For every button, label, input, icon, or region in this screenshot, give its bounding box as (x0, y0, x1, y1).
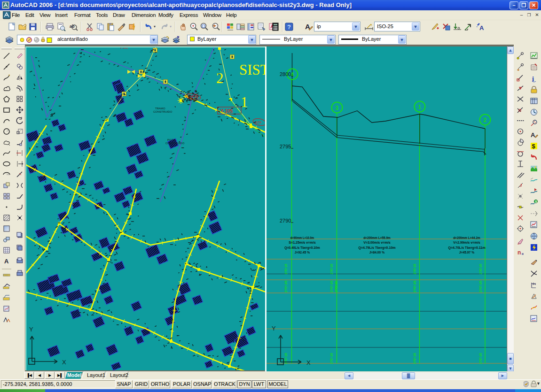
svg-text:J=45.97 %: J=45.97 % (459, 250, 474, 254)
svg-text:4: 4 (291, 71, 294, 78)
svg-text:2797.65: 2797.65 (329, 281, 334, 292)
svg-text:2797.65: 2797.65 (478, 281, 483, 292)
svg-text:2797.65: 2797.65 (284, 264, 288, 274)
svg-text:Y: Y (29, 326, 33, 333)
svg-text:1: 1 (418, 104, 422, 110)
svg-text:2797.65: 2797.65 (478, 264, 483, 274)
svg-text:2: 2 (216, 70, 224, 86)
svg-text:A: A (4, 258, 9, 265)
svg-text:POZO: POZO (167, 138, 175, 141)
svg-text:2: 2 (484, 117, 487, 123)
svg-text:Q=4.79L/s Tberg=0.10m: Q=4.79L/s Tberg=0.10m (358, 246, 395, 250)
svg-text:2795: 2795 (280, 144, 291, 149)
svg-text:CONSTRUIDO: CONSTRUIDO (165, 142, 185, 145)
svg-text:Q=4.70L/s Tberg=0.11m: Q=4.70L/s Tberg=0.11m (448, 246, 485, 250)
svg-text:TRAMO: TRAMO (155, 107, 165, 110)
svg-text:2795.80: 2795.80 (334, 280, 338, 292)
svg-text:V=2.99m/s v=m/s: V=2.99m/s v=m/s (453, 240, 480, 245)
svg-text:n: n (517, 249, 521, 256)
svg-text:3: 3 (336, 105, 339, 111)
svg-text:2797.65: 2797.65 (413, 281, 417, 292)
svg-text:X: X (306, 359, 311, 366)
svg-text:2800: 2800 (280, 71, 291, 77)
svg-text:2797.65: 2797.65 (413, 264, 417, 274)
svg-text:Y-105: Y-105 (220, 108, 233, 114)
svg-text:V=3.00m/s v=m/s: V=3.00m/s v=m/s (363, 240, 391, 245)
svg-text:?: ? (287, 23, 291, 31)
svg-text:X: X (62, 359, 66, 366)
svg-text:A: A (531, 131, 535, 138)
svg-text:A: A (479, 24, 484, 31)
svg-text:$: $ (535, 200, 537, 203)
svg-text:2797.65: 2797.65 (284, 281, 288, 292)
svg-text:d=200mm L=44.2m: d=200mm L=44.2m (453, 236, 480, 240)
svg-text:CONSTRUIDO: CONSTRUIDO (153, 110, 172, 113)
svg-text:J=84.00 %: J=84.00 % (369, 250, 384, 254)
svg-text:2797.65: 2797.65 (329, 264, 334, 274)
svg-text:d=200mm L=55.9m: d=200mm L=55.9m (363, 236, 391, 240)
svg-text:S=1.25m/s v=m/s: S=1.25m/s v=m/s (289, 240, 316, 245)
svg-text:2797.65: 2797.65 (413, 353, 417, 364)
svg-text:Q=0.40L/s Tberg=0.10m: Q=0.40L/s Tberg=0.10m (284, 246, 320, 250)
svg-text:2797.65: 2797.65 (329, 353, 334, 364)
svg-text:d=90mm L=10.0m: d=90mm L=10.0m (290, 236, 314, 240)
svg-text:P-101: P-101 (120, 47, 128, 49)
svg-text:SIST: SIST (239, 61, 265, 78)
svg-text:$: $ (532, 143, 536, 150)
svg-text:J=92.45 %: J=92.45 % (295, 250, 310, 254)
svg-text:BZ9: BZ9 (255, 121, 261, 124)
svg-text:2797.65: 2797.65 (478, 353, 483, 364)
svg-text:1: 1 (241, 94, 248, 110)
svg-text:Y: Y (272, 325, 276, 332)
svg-text:2790: 2790 (280, 218, 291, 223)
